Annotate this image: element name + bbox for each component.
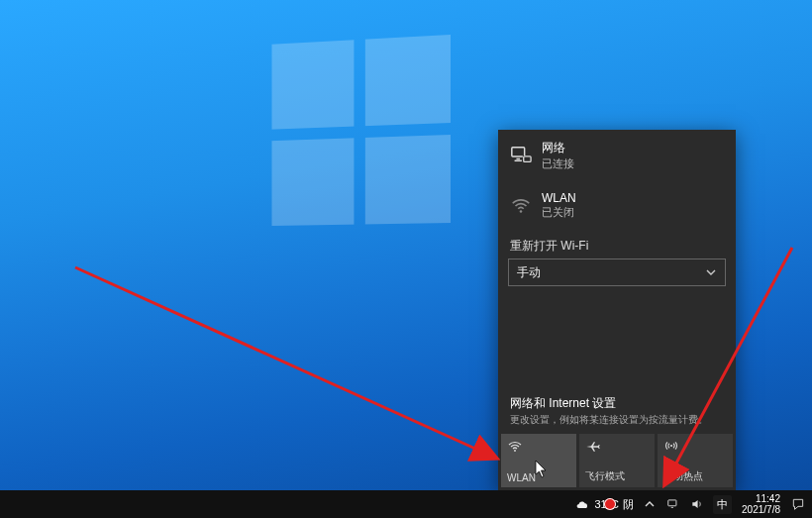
svg-rect-8 xyxy=(668,500,676,506)
network-title: 网络 xyxy=(542,140,574,156)
tile-airplane[interactable]: 飞行模式 xyxy=(579,434,655,487)
wlan-status-row[interactable]: WLAN 已关闭 xyxy=(498,181,736,230)
svg-rect-1 xyxy=(516,158,520,159)
tray-network-icon[interactable] xyxy=(665,496,681,512)
wifi-off-icon xyxy=(510,195,532,217)
monitor-network-icon xyxy=(510,145,532,166)
wlan-status: 已关闭 xyxy=(542,205,576,220)
system-tray: 31°C 阴 中 11:42 2021/7/8 xyxy=(568,493,812,515)
network-settings-title: 网络和 Internet 设置 xyxy=(510,395,724,412)
network-flyout: 网络 已连接 WLAN 已关闭 重新打开 Wi-Fi 手动 网络和 Intern… xyxy=(498,130,736,490)
taskbar: 31°C 阴 中 11:42 2021/7/8 xyxy=(0,490,812,518)
tile-hotspot[interactable]: 移动热点 xyxy=(658,434,733,487)
quick-action-tiles: WLAN 飞行模式 移动热点 xyxy=(498,434,736,490)
chevron-down-icon xyxy=(705,266,717,278)
dropdown-value: 手动 xyxy=(517,264,541,281)
reopen-wifi-dropdown[interactable]: 手动 xyxy=(508,259,726,286)
wifi-icon xyxy=(507,439,523,455)
tray-volume-icon[interactable] xyxy=(689,496,705,512)
notifications-icon[interactable] xyxy=(790,496,806,512)
weather-temp: 31°C xyxy=(594,498,619,510)
network-status-row[interactable]: 网络 已连接 xyxy=(498,130,736,181)
svg-point-6 xyxy=(514,450,516,452)
clock[interactable]: 11:42 2021/7/8 xyxy=(740,493,782,515)
clock-time: 11:42 xyxy=(742,493,780,504)
svg-rect-9 xyxy=(671,507,673,508)
tray-chevron-up[interactable] xyxy=(642,496,658,512)
network-status: 已连接 xyxy=(542,156,574,171)
tile-hotspot-label: 移动热点 xyxy=(663,469,727,483)
svg-rect-0 xyxy=(512,148,525,156)
svg-point-7 xyxy=(670,445,672,447)
reopen-wifi-label: 重新打开 Wi-Fi xyxy=(498,230,736,259)
weather-cond: 阴 xyxy=(623,497,634,512)
cloud-icon xyxy=(574,496,590,512)
airplane-icon xyxy=(585,439,601,455)
wlan-title: WLAN xyxy=(542,191,576,205)
tile-wlan[interactable]: WLAN xyxy=(501,434,576,487)
hotspot-icon xyxy=(663,439,679,455)
svg-rect-2 xyxy=(515,160,522,161)
svg-point-5 xyxy=(520,210,523,213)
weather-widget[interactable]: 31°C 阴 xyxy=(574,496,634,512)
clock-date: 2021/7/8 xyxy=(742,504,780,515)
network-settings-subtitle: 更改设置，例如将某连接设置为按流量计费。 xyxy=(510,414,724,426)
network-settings-link[interactable]: 网络和 Internet 设置 更改设置，例如将某连接设置为按流量计费。 xyxy=(498,391,736,434)
ime-indicator[interactable]: 中 xyxy=(713,495,732,514)
tile-wlan-label: WLAN xyxy=(507,472,570,483)
tile-airplane-label: 飞行模式 xyxy=(585,469,649,483)
windows-logo xyxy=(272,35,451,226)
